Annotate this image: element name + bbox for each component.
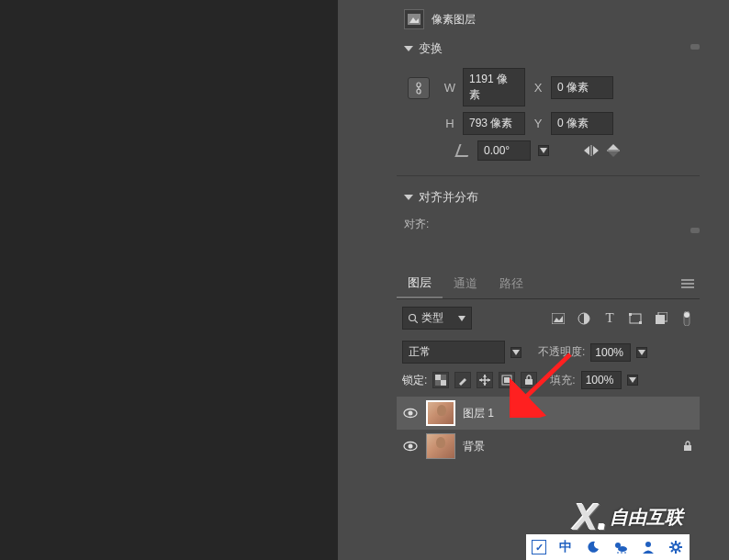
svg-marker-5 <box>540 148 547 153</box>
blend-mode-row: 正常 不透明度: 100% <box>397 337 700 367</box>
svg-marker-6 <box>584 146 589 155</box>
watermark: X. 自由互联 <box>573 497 683 538</box>
visibility-icon[interactable] <box>402 405 419 421</box>
align-row: 对齐: <box>397 213 700 251</box>
svg-marker-25 <box>512 350 520 355</box>
svg-point-44 <box>409 444 413 449</box>
tab-paths[interactable]: 路径 <box>488 270 534 297</box>
svg-marker-26 <box>638 350 645 355</box>
filter-type-icon[interactable]: T <box>602 311 617 326</box>
layer-thumbnail[interactable] <box>426 433 455 459</box>
filter-pixel-icon[interactable] <box>551 311 566 326</box>
height-input[interactable]: 793 像素 <box>463 112 525 135</box>
layer-name[interactable]: 图层 1 <box>463 406 494 421</box>
watermark-text: 自由互联 <box>610 505 683 530</box>
tray-checkbox-icon[interactable]: ✓ <box>532 540 546 554</box>
canvas-area[interactable] <box>0 0 338 560</box>
watermark-logo: X. <box>573 497 608 538</box>
layers-tabs: 图层 通道 路径 <box>397 269 700 299</box>
tray-user-icon[interactable] <box>640 539 656 555</box>
tray-gear-icon[interactable] <box>667 539 684 555</box>
flip-vertical-icon[interactable] <box>606 144 621 157</box>
tab-channels[interactable]: 通道 <box>443 270 488 297</box>
svg-line-64 <box>671 543 673 544</box>
fill-input[interactable]: 100% <box>581 371 622 389</box>
flip-horizontal-icon[interactable] <box>584 144 599 157</box>
tray-weather-icon[interactable] <box>612 539 629 555</box>
blend-mode-value: 正常 <box>409 345 431 358</box>
layer-thumbnail[interactable] <box>426 400 455 426</box>
layer-list: 图层 1 背景 <box>397 393 700 463</box>
lock-artboard-icon[interactable] <box>499 372 515 388</box>
svg-marker-9 <box>608 144 619 150</box>
lock-position-icon[interactable] <box>477 372 493 388</box>
tray-moon-icon[interactable] <box>585 539 601 555</box>
chevron-down-icon <box>404 46 413 51</box>
visibility-icon[interactable] <box>402 438 419 454</box>
layer-name[interactable]: 背景 <box>463 439 485 454</box>
right-panels: 像素图层 变换 W 1191 像素 X 0 像素 H 793 像素 Y 0 像素 <box>338 0 729 560</box>
svg-marker-11 <box>608 151 619 157</box>
filter-shape-icon[interactable] <box>628 311 643 326</box>
layer-item-1[interactable]: 图层 1 <box>397 397 700 430</box>
svg-rect-29 <box>441 375 446 380</box>
chevron-down-icon <box>404 195 413 200</box>
svg-point-58 <box>645 542 651 547</box>
properties-panel: 像素图层 变换 W 1191 像素 X 0 像素 H 793 像素 Y 0 像素 <box>397 0 700 251</box>
opacity-dropdown-icon[interactable] <box>636 347 647 358</box>
align-section-header[interactable]: 对齐并分布 <box>397 182 700 213</box>
filter-smartobject-icon[interactable] <box>654 311 668 326</box>
svg-marker-33 <box>483 375 487 377</box>
x-input[interactable]: 0 像素 <box>551 76 613 99</box>
transform-header-label: 变换 <box>419 40 443 57</box>
rotation-dropdown[interactable] <box>538 145 549 156</box>
lock-icon <box>681 440 694 453</box>
svg-rect-45 <box>684 445 691 451</box>
width-label: W <box>443 81 457 95</box>
svg-line-67 <box>671 550 673 552</box>
tray-ime-icon[interactable]: 中 <box>557 539 574 555</box>
layer-item-background[interactable]: 背景 <box>397 430 700 463</box>
svg-marker-16 <box>554 316 563 322</box>
panel-menu-icon[interactable] <box>681 279 694 288</box>
svg-marker-40 <box>629 377 636 383</box>
pixel-layer-row: 像素图层 <box>397 6 700 33</box>
system-tray: ✓ 中 <box>526 534 690 560</box>
filter-adjustment-icon[interactable] <box>577 311 591 326</box>
width-input[interactable]: 1191 像素 <box>463 68 525 106</box>
svg-marker-34 <box>483 383 487 386</box>
lock-pixels-icon[interactable] <box>454 372 471 388</box>
rotation-input[interactable]: 0.00° <box>477 140 531 161</box>
filter-type-select[interactable]: 类型 <box>402 307 472 330</box>
svg-point-42 <box>409 411 413 416</box>
link-dimensions-button[interactable] <box>408 77 430 99</box>
lock-all-icon[interactable] <box>521 372 537 388</box>
align-label: 对齐: <box>404 218 429 230</box>
properties-scrollbar[interactable] <box>690 44 700 237</box>
svg-rect-30 <box>435 380 441 386</box>
filter-type-label: 类型 <box>421 310 443 326</box>
blend-dropdown-icon[interactable] <box>510 347 522 358</box>
lock-row: 锁定: 填充: 100% <box>397 367 700 393</box>
layer-filter-row: 类型 T <box>397 299 700 337</box>
lock-transparency-icon[interactable] <box>432 372 449 388</box>
x-label: X <box>531 81 545 95</box>
divider <box>397 175 700 176</box>
fill-dropdown-icon[interactable] <box>627 375 638 386</box>
svg-rect-27 <box>435 375 441 380</box>
blend-mode-select[interactable]: 正常 <box>402 341 505 364</box>
lock-label: 锁定: <box>402 373 427 388</box>
y-input[interactable]: 0 像素 <box>551 112 613 135</box>
svg-rect-20 <box>639 321 642 324</box>
svg-line-66 <box>679 543 680 544</box>
filter-toggle-icon[interactable] <box>679 311 694 326</box>
svg-line-13 <box>415 320 418 323</box>
y-label: Y <box>531 117 545 130</box>
svg-point-24 <box>684 312 690 318</box>
opacity-input[interactable]: 100% <box>590 343 631 362</box>
fill-label: 填充: <box>550 373 575 388</box>
svg-rect-39 <box>525 379 533 385</box>
transform-section-header[interactable]: 变换 <box>397 33 700 64</box>
transform-controls: W 1191 像素 X 0 像素 H 793 像素 Y 0 像素 0.00° <box>397 64 700 170</box>
tab-layers[interactable]: 图层 <box>397 269 443 298</box>
